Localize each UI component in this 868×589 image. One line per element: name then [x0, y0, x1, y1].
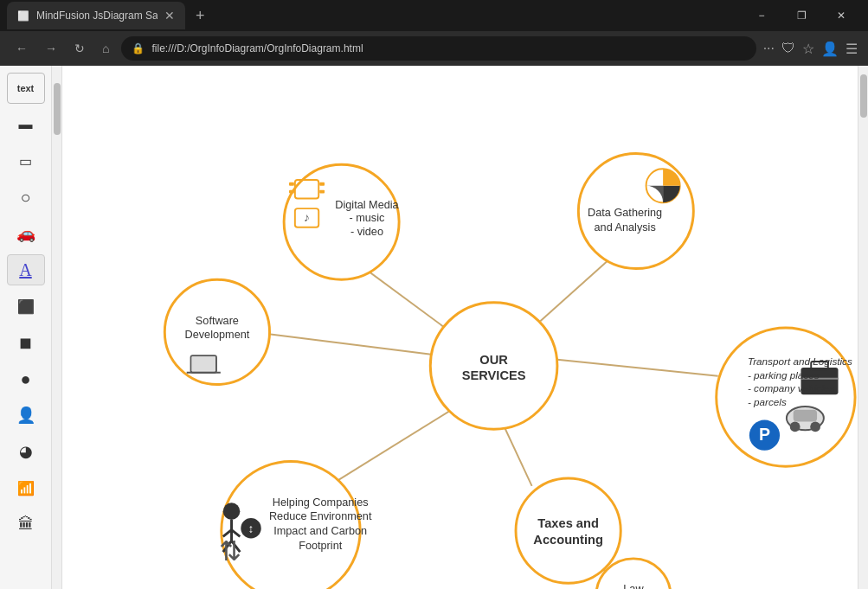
building-icon: 🏛 [18, 515, 34, 534]
refresh-button[interactable]: ↻ [69, 38, 90, 59]
scrollbar-right[interactable] [858, 66, 868, 589]
close-button[interactable]: ✕ [821, 0, 861, 31]
rect-outline-icon: ▭ [19, 153, 32, 170]
sidebar-blob-tool[interactable]: ● [7, 363, 45, 394]
sidebar: text ▬ ▭ ○ 🚗 A ⬛ ◼ ● 👤 ◕ [0, 66, 52, 589]
browser-chrome: ⬜ MindFusion JsDiagram Sample - O... ✕ +… [0, 0, 868, 66]
svg-line-2 [266, 334, 435, 355]
digital-media-video: - video [350, 226, 383, 238]
wifi-icon: 📶 [17, 480, 35, 496]
svg-rect-10 [319, 182, 325, 186]
circle-icon: ○ [20, 188, 30, 208]
env-label2: Reduce Environment [269, 510, 372, 522]
active-tab[interactable]: ⬜ MindFusion JsDiagram Sample - O... ✕ [7, 2, 185, 29]
svg-rect-11 [319, 190, 325, 194]
shield-icon: 🛡 [781, 41, 795, 56]
rect-icon: ▬ [19, 117, 33, 132]
taxes-label1: Taxes and [537, 516, 599, 530]
shape-icon: ◼ [19, 333, 32, 352]
main-menu-icon[interactable]: ☰ [845, 41, 858, 57]
svg-line-3 [553, 359, 718, 376]
new-tab-button[interactable]: + [189, 3, 212, 29]
svg-point-23 [810, 422, 820, 432]
env-label3: Impact and Carbon [273, 525, 367, 537]
taxes-label2: Accounting [533, 533, 603, 547]
svg-text:P: P [759, 425, 770, 444]
diagram-canvas[interactable]: OUR SERVICES ♪ Digital Media - music - v… [62, 66, 858, 589]
taxes-node[interactable] [516, 478, 620, 583]
sidebar-image-tool[interactable]: ⬛ [7, 291, 45, 322]
window-controls: − ❐ ✕ [742, 0, 861, 31]
transport-label2: - parking places [748, 369, 820, 381]
scroll-thumb[interactable] [54, 83, 61, 135]
sidebar-rect-outline-tool[interactable]: ▭ [7, 145, 45, 176]
forward-button[interactable]: → [40, 38, 62, 59]
software-dev-label1: Software [196, 316, 239, 328]
bookmark-icon[interactable]: ☆ [802, 41, 814, 57]
menu-dots[interactable]: ··· [763, 41, 775, 56]
sidebar-car-tool[interactable]: 🚗 [7, 218, 45, 249]
back-button[interactable]: ← [10, 38, 33, 59]
svg-rect-9 [289, 190, 294, 194]
diagram-svg: OUR SERVICES ♪ Digital Media - music - v… [62, 66, 858, 589]
scrollbar-y[interactable] [52, 66, 62, 589]
digital-media-label: Digital Media [335, 199, 399, 211]
env-label4: Footprint [299, 540, 343, 552]
restore-button[interactable]: ❐ [781, 0, 821, 31]
svg-text:⇅: ⇅ [219, 536, 241, 567]
lock-icon: 🔒 [132, 42, 145, 54]
right-scroll-thumb[interactable] [860, 74, 867, 118]
transport-label4: - parcels [748, 396, 787, 407]
sidebar-pie-tool[interactable]: ◕ [7, 436, 45, 467]
sidebar-rect-tool[interactable]: ▬ [7, 109, 45, 140]
digital-media-music: - music [350, 212, 386, 224]
tab-title: MindFusion JsDiagram Sample - O... [36, 10, 158, 22]
account-icon[interactable]: 👤 [821, 41, 839, 57]
svg-rect-24 [794, 410, 817, 422]
env-label1: Helping Companies [273, 496, 369, 509]
sidebar-person-tool[interactable]: 👤 [7, 400, 45, 431]
sidebar-wifi-tool[interactable]: 📶 [7, 472, 45, 503]
blob-icon: ● [20, 369, 30, 389]
svg-rect-8 [289, 182, 294, 186]
svg-point-22 [790, 422, 800, 432]
svg-text:♪: ♪ [304, 211, 310, 224]
minimize-button[interactable]: − [742, 0, 781, 31]
center-label: OUR [479, 353, 508, 367]
svg-line-5 [502, 422, 531, 485]
data-gathering-label1: Data Gathering [588, 207, 662, 219]
tab-bar: ⬜ MindFusion JsDiagram Sample - O... ✕ +… [0, 0, 868, 31]
text2-icon: A [19, 260, 31, 280]
image-icon: ⬛ [17, 298, 35, 315]
person-icon: 👤 [16, 406, 35, 425]
svg-line-4 [329, 410, 452, 486]
main-area: text ▬ ▭ ○ 🚗 A ⬛ ◼ ● 👤 ◕ [0, 66, 868, 589]
data-gathering-label2: and Analysis [595, 221, 656, 234]
svg-point-27 [223, 503, 241, 520]
sidebar-text2-tool[interactable]: A [7, 254, 45, 285]
address-text: file:///D:/OrgInfoDiagram/OrgInfoDiagram… [151, 42, 363, 54]
car-icon: 🚗 [16, 224, 35, 243]
nav-bar: ← → ↻ ⌂ 🔒 file:///D:/OrgInfoDiagram/OrgI… [0, 31, 868, 66]
home-button[interactable]: ⌂ [97, 38, 114, 59]
sidebar-circle-tool[interactable]: ○ [7, 182, 45, 213]
pie-icon: ◕ [19, 442, 33, 461]
svg-rect-17 [192, 356, 215, 371]
law-label1: Law [623, 583, 644, 589]
transport-label3: - company vehicles [748, 382, 834, 394]
address-bar[interactable]: 🔒 file:///D:/OrgInfoDiagram/OrgInfoDiagr… [121, 36, 755, 61]
text-tool-label: text [17, 83, 35, 93]
sidebar-building-tool[interactable]: 🏛 [7, 509, 45, 540]
svg-text:↕: ↕ [248, 522, 254, 535]
sidebar-text-tool[interactable]: text [7, 73, 45, 104]
center-label2: SERVICES [462, 368, 526, 382]
tab-close-button[interactable]: ✕ [164, 9, 175, 22]
software-dev-label2: Development [185, 329, 250, 341]
nav-tools: ··· 🛡 ☆ 👤 ☰ [763, 41, 858, 57]
sidebar-shape-tool[interactable]: ◼ [7, 327, 45, 358]
transport-label1: Transport and Logistics [748, 355, 852, 367]
